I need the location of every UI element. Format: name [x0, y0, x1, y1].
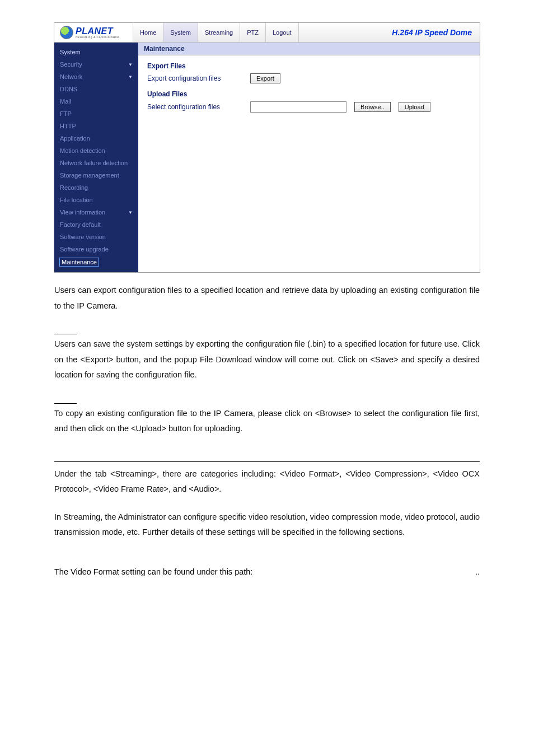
paragraph: Users can save the system settings by ex… — [54, 337, 480, 383]
chevron-down-icon: ▼ — [128, 210, 133, 215]
content-area: Maintenance Export Files Export configur… — [138, 43, 480, 272]
tab-home[interactable]: Home — [133, 23, 163, 42]
footer-right: .. — [475, 567, 480, 576]
paragraph: In Streaming, the Administrator can conf… — [54, 510, 480, 540]
paragraph: To copy an existing configuration file t… — [54, 406, 480, 437]
sidebar-item-software-version[interactable]: Software version — [54, 231, 138, 243]
chevron-down-icon: ▼ — [128, 62, 133, 67]
section-divider — [54, 461, 480, 462]
sidebar-item-network[interactable]: Network▼ — [54, 71, 138, 83]
logo-text: PLANET — [76, 26, 113, 36]
page-title: Maintenance — [138, 43, 480, 55]
logo-subtext: Networking & Communication — [76, 36, 120, 39]
chevron-down-icon: ▼ — [128, 74, 133, 80]
sidebar-item-software-upgrade[interactable]: Software upgrade — [54, 243, 138, 255]
sidebar-item-file-location[interactable]: File location — [54, 194, 138, 206]
nav-tabs: Home System Streaming PTZ Logout H.264 I… — [133, 23, 480, 42]
select-config-label: Select configuration files — [147, 103, 242, 111]
export-files-heading: Export Files — [147, 62, 471, 70]
export-config-label: Export configuration files — [147, 74, 242, 82]
app-screenshot: PLANET Networking & Communication Home S… — [54, 22, 480, 273]
sidebar-item-system[interactable]: System — [54, 46, 138, 58]
brand-title: H.264 IP Speed Dome — [299, 23, 480, 42]
document-body: Users can export configuration files to … — [54, 283, 480, 540]
sidebar-item-application[interactable]: Application — [54, 132, 138, 144]
sidebar-item-factory-default[interactable]: Factory default — [54, 218, 138, 231]
app-header: PLANET Networking & Communication Home S… — [54, 23, 480, 43]
file-path-input[interactable] — [250, 101, 346, 113]
sidebar-item-motion-detection[interactable]: Motion detection — [54, 144, 138, 157]
divider — [54, 334, 77, 334]
upload-button[interactable]: Upload — [399, 102, 430, 112]
paragraph: Users can export configuration files to … — [54, 283, 480, 314]
sidebar-item-mail[interactable]: Mail — [54, 95, 138, 108]
sidebar-item-http[interactable]: HTTP — [54, 120, 138, 132]
globe-icon — [60, 26, 73, 39]
sidebar-item-ftp[interactable]: FTP — [54, 108, 138, 120]
sidebar-item-maintenance[interactable]: Maintenance — [54, 255, 138, 269]
divider — [54, 403, 77, 404]
paragraph: Under the tab <Streaming>, there are cat… — [54, 466, 480, 497]
upload-files-heading: Upload Files — [147, 90, 471, 98]
footer-left: The Video Format setting can be found un… — [54, 567, 252, 576]
tab-system[interactable]: System — [163, 23, 198, 42]
footer-line: The Video Format setting can be found un… — [54, 567, 480, 576]
tab-ptz[interactable]: PTZ — [240, 23, 266, 42]
sidebar-item-view-info[interactable]: View information▼ — [54, 206, 138, 218]
sidebar-item-ddns[interactable]: DDNS — [54, 83, 138, 95]
logo: PLANET Networking & Communication — [54, 23, 133, 42]
sidebar: System Security▼ Network▼ DDNS Mail FTP … — [54, 43, 138, 272]
tab-logout[interactable]: Logout — [266, 23, 299, 42]
export-button[interactable]: Export — [250, 73, 280, 83]
sidebar-item-security[interactable]: Security▼ — [54, 58, 138, 71]
sidebar-item-recording[interactable]: Recording — [54, 181, 138, 194]
tab-streaming[interactable]: Streaming — [198, 23, 240, 42]
sidebar-item-network-failure[interactable]: Network failure detection — [54, 157, 138, 169]
browse-button[interactable]: Browse.. — [354, 102, 391, 112]
sidebar-item-storage[interactable]: Storage management — [54, 169, 138, 181]
